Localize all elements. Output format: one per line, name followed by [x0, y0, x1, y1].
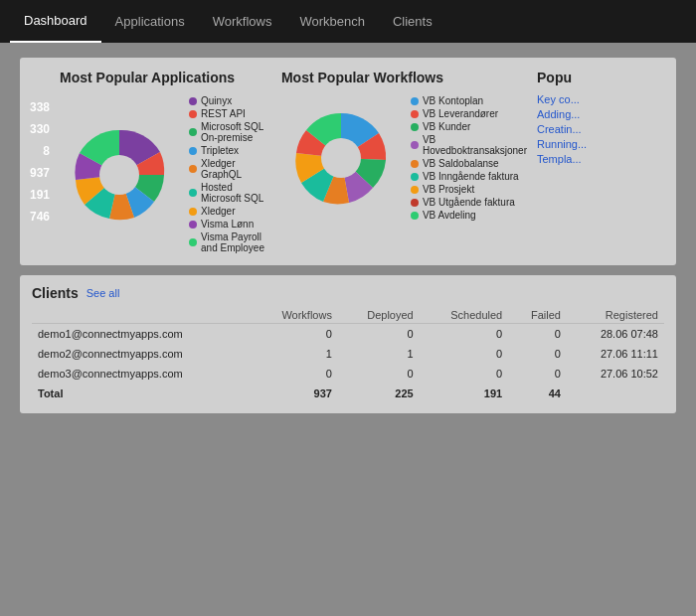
- col-registered: Registered: [567, 307, 664, 324]
- col-failed: Failed: [508, 307, 567, 324]
- client-registered-1: 28.06 07:48: [567, 324, 664, 345]
- col-workflows: Workflows: [252, 307, 338, 324]
- total-scheduled[interactable]: 191: [420, 384, 508, 403]
- apps-legend: Quinyx REST API Microsoft SQL On-premise…: [189, 95, 271, 253]
- client-deployed-1: 0: [338, 324, 420, 345]
- stat-330: 330: [30, 122, 50, 136]
- total-registered: [567, 384, 664, 403]
- table-row: demo3@connectmyapps.com 0 0 0 0 27.06 10…: [32, 364, 664, 384]
- table-row: demo2@connectmyapps.com 1 1 0 0 27.06 11…: [32, 344, 664, 364]
- legend-dot: [189, 128, 197, 136]
- workflows-legend: VB Kontoplan VB Leverandører VB Kunder V…: [411, 95, 527, 221]
- col-name: [32, 307, 252, 324]
- right-link-5[interactable]: Templa...: [537, 153, 666, 165]
- legend-item: VB Prosjekt: [411, 184, 527, 195]
- stat-338: 338: [30, 100, 50, 114]
- client-registered-2: 27.06 11:11: [567, 344, 664, 364]
- apps-chart-title: Most Popular Applications: [60, 70, 271, 85]
- client-workflows-2[interactable]: 1: [252, 344, 338, 364]
- charts-section: 338 330 8 937 191 746 Most Popular Appli…: [20, 58, 676, 265]
- legend-item: Xledger GraphQL: [189, 158, 271, 180]
- legend-item: Visma Lønn: [189, 219, 271, 230]
- nav-workflows[interactable]: Workflows: [199, 0, 286, 43]
- client-scheduled-1: 0: [420, 324, 508, 345]
- workflows-pie: [281, 98, 401, 218]
- legend-dot: [189, 238, 197, 246]
- apps-chart-block: Most Popular Applications: [60, 70, 271, 253]
- legend-dot: [411, 186, 419, 194]
- stat-8: 8: [30, 144, 50, 158]
- table-row: demo1@connectmyapps.com 0 0 0 0 28.06 07…: [32, 324, 664, 345]
- legend-dot: [411, 110, 419, 118]
- legend-item: Hosted Microsoft SQL: [189, 182, 271, 204]
- legend-item: Tripletex: [189, 145, 271, 156]
- client-name-1: demo1@connectmyapps.com: [32, 324, 252, 345]
- table-row-total: Total 937 225 191 44: [32, 384, 664, 403]
- client-name-2: demo2@connectmyapps.com: [32, 344, 252, 364]
- nav-dashboard[interactable]: Dashboard: [10, 0, 101, 43]
- clients-section: Clients See all Workflows Deployed Sched…: [20, 275, 676, 413]
- legend-item: Xledger: [189, 206, 271, 217]
- see-all-link[interactable]: See all: [87, 287, 120, 299]
- apps-chart-inner: Quinyx REST API Microsoft SQL On-premise…: [60, 95, 271, 253]
- apps-pie: [60, 115, 179, 234]
- col-scheduled: Scheduled: [420, 307, 508, 324]
- legend-item: REST API: [189, 108, 271, 119]
- legend-item: VB Utgående faktura: [411, 197, 527, 208]
- client-deployed-3: 0: [338, 364, 420, 384]
- right-panel-title: Popu: [537, 70, 666, 85]
- main-content: 338 330 8 937 191 746 Most Popular Appli…: [0, 43, 696, 616]
- right-link-3[interactable]: Creatin...: [537, 123, 666, 135]
- legend-dot: [411, 212, 419, 220]
- client-scheduled-3: 0: [420, 364, 508, 384]
- legend-dot: [189, 165, 197, 173]
- total-failed[interactable]: 44: [508, 384, 567, 403]
- right-link-2[interactable]: Adding...: [537, 108, 666, 120]
- col-deployed: Deployed: [338, 307, 420, 324]
- total-deployed[interactable]: 225: [338, 384, 420, 403]
- legend-dot: [411, 173, 419, 181]
- legend-dot: [411, 141, 419, 149]
- stat-937: 937: [30, 166, 50, 180]
- legend-dot: [411, 97, 419, 105]
- legend-item: VB Leverandører: [411, 108, 527, 119]
- svg-point-1: [99, 155, 139, 195]
- client-deployed-2[interactable]: 1: [338, 344, 420, 364]
- total-workflows[interactable]: 937: [252, 384, 338, 403]
- legend-dot: [411, 199, 419, 207]
- client-name-3: demo3@connectmyapps.com: [32, 364, 252, 384]
- legend-dot: [189, 97, 197, 105]
- nav-applications[interactable]: Applications: [101, 0, 199, 43]
- clients-table: Workflows Deployed Scheduled Failed Regi…: [32, 307, 664, 403]
- legend-item: VB Hovedboktransaksjoner: [411, 134, 527, 156]
- client-workflows-3: 0: [252, 364, 338, 384]
- client-registered-3: 27.06 10:52: [567, 364, 664, 384]
- client-failed-3: 0: [508, 364, 567, 384]
- navbar: Dashboard Applications Workflows Workben…: [0, 0, 696, 43]
- nav-clients[interactable]: Clients: [379, 0, 446, 43]
- client-workflows-1: 0: [252, 324, 338, 345]
- right-link-1[interactable]: Key co...: [537, 93, 666, 105]
- legend-item: VB Avdeling: [411, 210, 527, 221]
- workflows-chart-title: Most Popular Workflows: [281, 70, 527, 85]
- legend-dot: [411, 160, 419, 168]
- legend-dot: [189, 208, 197, 216]
- client-failed-1: 0: [508, 324, 567, 345]
- workflows-chart-block: Most Popular Workflows: [281, 70, 527, 253]
- legend-dot: [189, 110, 197, 118]
- legend-item: Microsoft SQL On-premise: [189, 121, 271, 143]
- client-scheduled-2: 0: [420, 344, 508, 364]
- legend-item: VB Inngående faktura: [411, 171, 527, 182]
- nav-workbench[interactable]: Workbench: [285, 0, 379, 43]
- clients-title: Clients: [32, 285, 79, 301]
- stat-191: 191: [30, 188, 50, 202]
- workflows-chart-inner: VB Kontoplan VB Leverandører VB Kunder V…: [281, 95, 527, 221]
- right-panel: Popu Key co... Adding... Creatin... Runn…: [527, 70, 666, 253]
- legend-dot: [189, 189, 197, 197]
- table-header-row: Workflows Deployed Scheduled Failed Regi…: [32, 307, 664, 324]
- right-link-4[interactable]: Running...: [537, 138, 666, 150]
- total-label: Total: [32, 384, 252, 403]
- client-failed-2: 0: [508, 344, 567, 364]
- legend-item: Visma Payroll and Employee: [189, 231, 271, 253]
- legend-item: VB Kunder: [411, 121, 527, 132]
